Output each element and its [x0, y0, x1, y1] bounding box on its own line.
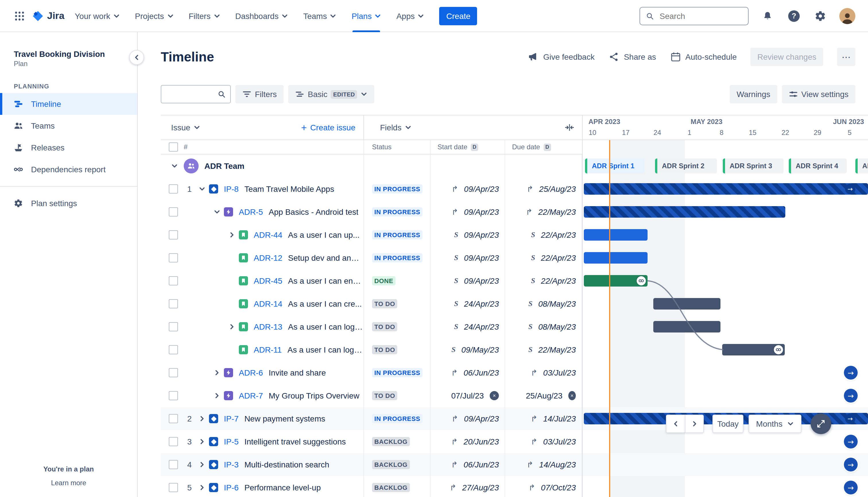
remove-date-button[interactable]: ×	[490, 391, 499, 400]
team-name[interactable]: ADR Team	[204, 161, 245, 171]
issue-key-link[interactable]: IP-3	[224, 460, 238, 469]
date-value[interactable]: 09/May/23	[461, 345, 499, 354]
issue-summary[interactable]: As a user I can log i...	[288, 345, 363, 354]
status-lozenge[interactable]: BACKLOG	[372, 437, 410, 446]
jump-to-bar-button[interactable]: →	[844, 481, 858, 494]
date-value[interactable]: 25/Aug/23	[526, 391, 563, 400]
row-checkbox[interactable]	[169, 207, 178, 216]
fields-menu[interactable]: Fields	[380, 123, 412, 132]
issue-summary[interactable]: Intelligent travel suggestions	[244, 437, 346, 446]
issue-key-link[interactable]: ADR-11	[254, 345, 282, 354]
status-lozenge[interactable]: IN PROGRESS	[372, 184, 422, 194]
select-all-checkbox[interactable]	[169, 142, 178, 152]
jira-logo[interactable]: Jira	[32, 10, 64, 22]
sprint-lozenge[interactable]: ADR Sprint 1	[585, 158, 645, 173]
nav-item-teams[interactable]: Teams	[303, 0, 336, 32]
row-checkbox[interactable]	[169, 391, 178, 400]
chevron-right-icon[interactable]	[196, 461, 208, 468]
date-value[interactable]: 06/Jun/23	[464, 460, 499, 469]
sidebar-collapse-button[interactable]	[129, 50, 144, 65]
global-search[interactable]	[639, 6, 749, 25]
issue-summary[interactable]: Setup dev and and ...	[288, 253, 363, 262]
row-checkbox[interactable]	[169, 345, 178, 354]
gantt-bar-gray[interactable]	[722, 344, 785, 355]
issue-summary[interactable]: As a user I can up...	[288, 230, 360, 240]
issue-key-link[interactable]: ADR-45	[254, 276, 283, 285]
date-value[interactable]: 24/Apr/23	[464, 299, 499, 308]
issue-summary[interactable]: As a user I can ena...	[288, 276, 363, 285]
issue-key-link[interactable]: IP-6	[224, 483, 238, 492]
row-checkbox[interactable]	[169, 253, 178, 262]
status-lozenge[interactable]: IN PROGRESS	[372, 230, 422, 240]
more-actions-button[interactable]: ⋯	[837, 48, 855, 66]
issue-key-link[interactable]: IP-7	[224, 414, 238, 423]
status-lozenge[interactable]: TO DO	[372, 299, 397, 308]
collapse-columns-icon[interactable]	[565, 123, 582, 132]
gantt-bar-blue[interactable]	[584, 252, 648, 264]
status-lozenge[interactable]: IN PROGRESS	[372, 207, 422, 216]
issue-key-link[interactable]: ADR-44	[254, 230, 283, 240]
chevron-down-icon[interactable]	[196, 185, 208, 193]
sprint-lozenge[interactable]: ADR Sprint 5	[855, 158, 868, 173]
issue-summary[interactable]: Team Travel Mobile Apps	[244, 184, 334, 194]
row-checkbox[interactable]	[169, 437, 178, 446]
jump-to-bar-button[interactable]: →	[844, 435, 858, 449]
row-checkbox[interactable]	[169, 299, 178, 308]
create-issue-button[interactable]: + Create issue	[301, 123, 363, 132]
nav-item-plans[interactable]: Plans	[352, 0, 381, 32]
chevron-right-icon[interactable]	[196, 438, 208, 445]
notifications-icon[interactable]	[760, 8, 775, 23]
date-value[interactable]: 22/Apr/23	[541, 253, 576, 262]
zoom-level-dropdown[interactable]: Months	[749, 415, 801, 433]
help-icon[interactable]: ?	[786, 8, 801, 23]
issue-summary[interactable]: Performance level-up	[244, 483, 321, 492]
issue-key-link[interactable]: ADR-13	[254, 322, 283, 331]
nav-item-projects[interactable]: Projects	[135, 0, 174, 32]
settings-gear-icon[interactable]	[813, 8, 828, 23]
date-value[interactable]: 03/Jul/23	[543, 368, 576, 377]
chevron-right-icon[interactable]	[196, 415, 208, 422]
scroll-next-button[interactable]	[685, 415, 704, 433]
global-search-input[interactable]	[659, 11, 742, 21]
gantt-bar-gray[interactable]	[653, 321, 721, 332]
status-lozenge[interactable]: IN PROGRESS	[372, 414, 422, 423]
nav-item-apps[interactable]: Apps	[396, 0, 424, 32]
status-lozenge[interactable]: IN PROGRESS	[372, 368, 422, 377]
fullscreen-button[interactable]	[811, 413, 831, 434]
row-checkbox[interactable]	[169, 414, 178, 423]
chevron-down-icon[interactable]	[169, 162, 180, 169]
issue-key-link[interactable]: ADR-6	[239, 368, 263, 377]
jump-to-bar-button[interactable]: →	[844, 366, 858, 380]
sprint-lozenge[interactable]: ADR Sprint 3	[723, 158, 784, 173]
today-button[interactable]: Today	[712, 415, 743, 433]
date-value[interactable]: 08/May/23	[538, 322, 576, 331]
chevron-down-icon[interactable]	[211, 209, 223, 215]
issue-key-link[interactable]: ADR-5	[239, 207, 263, 216]
status-lozenge[interactable]: TO DO	[372, 345, 397, 354]
sidebar-item-releases[interactable]: Releases	[0, 137, 137, 158]
date-value[interactable]: 09/Apr/23	[464, 414, 499, 423]
status-lozenge[interactable]: IN PROGRESS	[372, 253, 422, 262]
scroll-prev-button[interactable]	[666, 415, 685, 433]
share-as-button[interactable]: Share as	[608, 51, 656, 62]
date-value[interactable]: 09/Apr/23	[464, 253, 499, 262]
date-value[interactable]: 20/Jun/23	[464, 437, 499, 446]
date-value[interactable]: 22/May/23	[538, 207, 576, 216]
gantt-bar-epic[interactable]	[584, 206, 785, 218]
view-mode-button[interactable]: Basic EDITED	[288, 85, 374, 103]
date-value[interactable]: 03/Jul/23	[543, 437, 576, 446]
issue-summary[interactable]: As a user I can cre...	[288, 299, 362, 308]
plan-search[interactable]	[161, 85, 231, 103]
date-value[interactable]: 09/Apr/23	[464, 230, 499, 240]
user-avatar[interactable]	[839, 8, 855, 24]
plan-search-input[interactable]	[166, 89, 214, 99]
gantt-bar-epic[interactable]: →	[584, 183, 868, 195]
filters-button[interactable]: Filters	[235, 85, 284, 103]
date-value[interactable]: 22/May/23	[538, 345, 576, 354]
date-value[interactable]: 07/Jul/23	[451, 391, 484, 400]
date-value[interactable]: 14/Aug/23	[539, 460, 576, 469]
chevron-right-icon[interactable]	[211, 392, 223, 399]
chevron-right-icon[interactable]	[196, 484, 208, 491]
date-value[interactable]: 22/Apr/23	[541, 230, 576, 240]
chevron-right-icon[interactable]	[211, 369, 223, 376]
